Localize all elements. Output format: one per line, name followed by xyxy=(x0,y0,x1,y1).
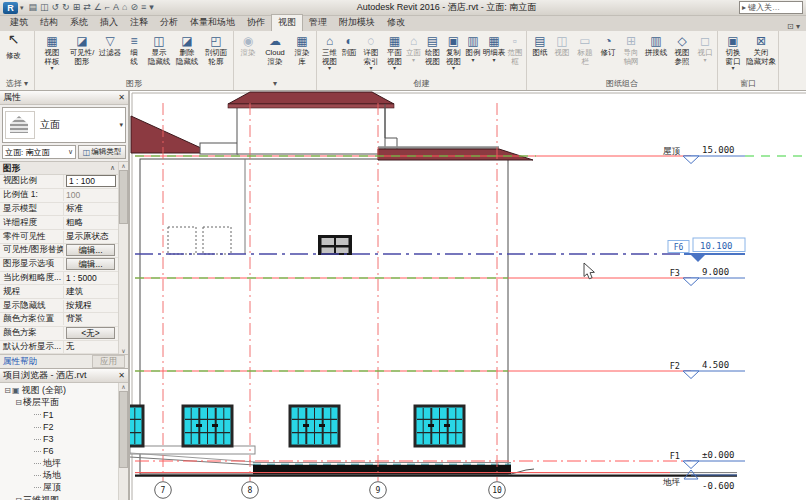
text-icon[interactable]: A xyxy=(113,1,119,14)
tree-item-场地[interactable]: 场地 xyxy=(0,470,128,482)
tab-插入[interactable]: 插入 xyxy=(94,15,124,31)
ribbon-button-复制视图[interactable]: ▣复制视图▾ xyxy=(443,33,464,72)
section-collapse-icon[interactable]: ∧ xyxy=(110,162,115,174)
thin-lines-icon[interactable]: ≡ xyxy=(141,1,146,14)
tree-item-屋顶[interactable]: 屋顶 xyxy=(0,482,128,494)
balcony-door[interactable] xyxy=(318,235,352,255)
curtain-window[interactable] xyxy=(183,406,232,446)
dimension-icon[interactable]: ⌐ xyxy=(105,1,110,14)
scroll-down-icon[interactable]: ∨ xyxy=(121,347,125,354)
panel-label[interactable]: ▾ xyxy=(234,78,316,90)
browser-close-icon[interactable]: ✕ xyxy=(118,371,125,380)
panel-label[interactable]: 窗口 xyxy=(718,78,778,90)
curtain-window[interactable] xyxy=(130,406,143,446)
property-value[interactable]: 标准 xyxy=(64,203,118,215)
tree-item-F1[interactable]: F1 xyxy=(0,409,128,421)
ribbon-button-视图参照[interactable]: ◇视图参照 xyxy=(669,33,695,67)
ribbon-button-三维视图[interactable]: ⌂三维视图▾ xyxy=(319,33,340,72)
property-value[interactable]: 建筑 xyxy=(64,286,118,298)
ribbon-button-范围框[interactable]: ▫范围框 xyxy=(506,33,524,67)
ribbon-button-细线[interactable]: ≡细线 xyxy=(123,33,145,67)
collapse-icon[interactable]: ⊟ xyxy=(14,496,23,500)
property-value[interactable]: <无> xyxy=(64,327,118,339)
redo-icon[interactable]: ↻ xyxy=(62,1,70,14)
property-value[interactable]: 显示原状态 xyxy=(64,231,118,243)
ribbon-button-显示隐藏线[interactable]: ◫显示隐藏线 xyxy=(145,33,173,67)
tab-修改[interactable]: 修改 xyxy=(381,15,411,31)
tab-建筑[interactable]: 建筑 xyxy=(4,15,34,31)
save-icon[interactable]: ◫ xyxy=(40,1,49,14)
edit-type-button[interactable]: ◫ 编辑类型 xyxy=(78,145,126,159)
browser-scrollbar[interactable]: ∧ xyxy=(118,383,128,500)
curtain-window[interactable] xyxy=(290,406,339,446)
ribbon-button-绘图视图[interactable]: ▤绘图视图 xyxy=(422,33,443,67)
ribbon-button-剖切面轮廓[interactable]: ◰剖切面轮廓 xyxy=(201,33,231,67)
modify-button[interactable]: ↖ 修改 xyxy=(2,33,25,61)
ribbon-button-渲染库[interactable]: ▦渲染库 xyxy=(290,33,314,67)
tab-分析[interactable]: 分析 xyxy=(154,15,184,31)
collapse-icon[interactable]: ⊟ xyxy=(3,386,12,395)
panel-label[interactable]: 图纸组合 xyxy=(527,78,717,90)
undo-icon[interactable]: ↺ xyxy=(52,1,60,14)
collapse-icon[interactable]: ⊟ xyxy=(14,398,23,407)
ribbon-minimize-icon[interactable]: ⊡ ▾ xyxy=(781,22,806,31)
penthouse-wall[interactable] xyxy=(237,104,385,154)
property-value[interactable]: 粗略 xyxy=(64,217,118,229)
property-value[interactable]: 编辑... xyxy=(64,244,118,256)
penthouse-roof[interactable] xyxy=(228,92,394,104)
ribbon-button-剖面[interactable]: ◐剖面 xyxy=(340,33,358,59)
tree-item-视图 (全部)[interactable]: ⊟▣视图 (全部) xyxy=(0,384,128,396)
tab-附加模块[interactable]: 附加模块 xyxy=(333,15,381,31)
ribbon-button-标题栏[interactable]: ▭标题栏 xyxy=(573,33,597,67)
property-value[interactable]: 背景 xyxy=(64,313,118,325)
customize-icon[interactable]: ▾ xyxy=(149,1,154,14)
tab-管理[interactable]: 管理 xyxy=(303,15,333,31)
type-selector[interactable]: 立面 ▾ xyxy=(2,107,126,143)
drawing-area[interactable]: 78910 屋顶15.000F610.100F39.000F24.500F1±0… xyxy=(130,91,806,500)
tree-item-三维视图[interactable]: ⊟三维视图 xyxy=(0,494,128,500)
elevation-view-canvas[interactable]: 78910 屋顶15.000F610.100F39.000F24.500F1±0… xyxy=(130,91,806,500)
scroll-thumb[interactable] xyxy=(119,391,128,468)
panel-label[interactable]: 图形 xyxy=(35,78,233,90)
property-value[interactable]: 按规程 xyxy=(64,300,118,312)
flat-roof[interactable] xyxy=(378,149,533,160)
ribbon-button-立面[interactable]: ⌂立面▾ xyxy=(405,33,422,64)
panel-label-select[interactable]: 选择 ▾ xyxy=(0,78,34,90)
ribbon-button-可见性/图形[interactable]: ◪可见性/图形 xyxy=(67,33,97,67)
ribbon-button-明细表[interactable]: ▦明细表▾ xyxy=(482,33,506,64)
properties-scrollbar[interactable]: ∧ ∨ xyxy=(118,162,128,354)
tab-注释[interactable]: 注释 xyxy=(124,15,154,31)
property-value[interactable]: 编辑... xyxy=(64,258,118,270)
tab-系统[interactable]: 系统 xyxy=(64,15,94,31)
ribbon-button-平面视图[interactable]: ▦平面视图▾ xyxy=(384,33,405,72)
scroll-up-icon[interactable]: ∧ xyxy=(121,383,125,390)
tab-结构[interactable]: 结构 xyxy=(34,15,64,31)
ribbon-button-拼接线[interactable]: ▥拼接线 xyxy=(643,33,669,59)
section-graphics[interactable]: 图形 xyxy=(3,162,20,174)
app-menu-caret-icon[interactable]: ▾ xyxy=(20,4,24,12)
ribbon-button-过滤器[interactable]: ▽过滤器 xyxy=(97,33,123,59)
infocenter-search[interactable]: ▸ 键入关… xyxy=(739,1,803,14)
property-value[interactable]: 1 : 100 xyxy=(64,175,118,187)
property-value[interactable]: 1 : 5000 xyxy=(64,273,118,283)
door-opening-dashed[interactable] xyxy=(203,227,231,254)
measure-icon[interactable]: ∠ xyxy=(94,1,102,14)
ribbon-button-图纸[interactable]: ▤图纸 xyxy=(529,33,551,59)
tree-item-F3[interactable]: F3 xyxy=(0,433,128,445)
ribbon-button-导向轴网[interactable]: ⊞导向轴网 xyxy=(619,33,643,67)
curtain-window[interactable] xyxy=(415,406,464,446)
panel-label[interactable]: 创建 xyxy=(317,78,526,90)
tree-item-楼层平面[interactable]: ⊟楼层平面 xyxy=(0,397,128,409)
tab-协作[interactable]: 协作 xyxy=(241,15,271,31)
ribbon-button-切换窗口[interactable]: ▣切换窗口▾ xyxy=(720,33,746,72)
ribbon-button-视口[interactable]: ◻视口▾ xyxy=(695,33,715,64)
ribbon-button-图例[interactable]: ▥图例▾ xyxy=(464,33,482,64)
ribbon-button-关闭隐藏对象[interactable]: ⊠关闭隐藏对象 xyxy=(746,33,776,67)
ribbon-button-修订[interactable]: ◔修订 xyxy=(597,33,619,59)
3d-view-icon[interactable]: ⌂ xyxy=(122,1,127,14)
tree-item-F2[interactable]: F2 xyxy=(0,421,128,433)
ribbon-button-视图[interactable]: ◫视图 xyxy=(551,33,573,59)
print-icon[interactable]: ⊞ xyxy=(73,1,81,14)
tree-item-F6[interactable]: F6 xyxy=(0,445,128,457)
properties-help-link[interactable]: 属性帮助 xyxy=(3,356,37,368)
